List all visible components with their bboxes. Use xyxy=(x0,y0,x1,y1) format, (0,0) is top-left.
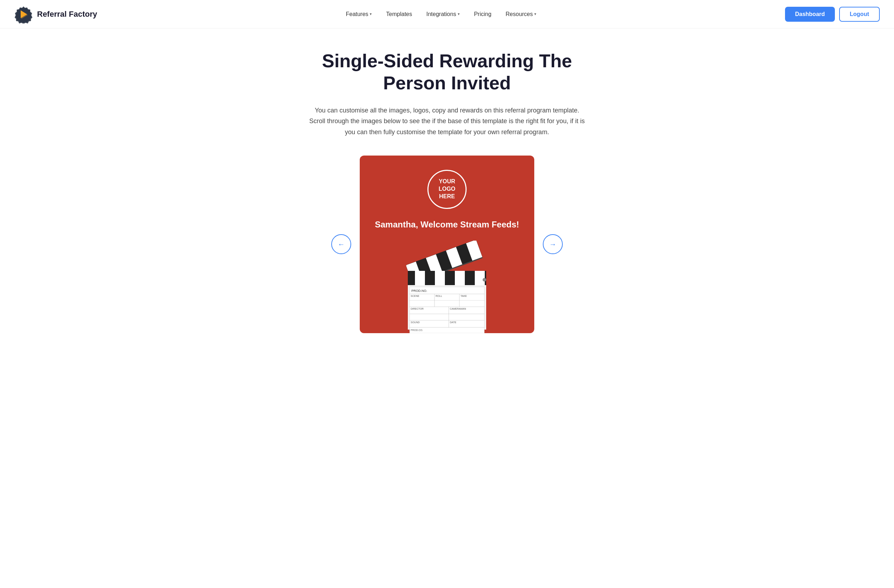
integrations-chevron-icon: ▾ xyxy=(458,12,460,17)
svg-rect-29 xyxy=(459,300,485,307)
nav-resources[interactable]: Resources ▾ xyxy=(500,8,542,20)
carousel-prev-button[interactable]: ← xyxy=(331,234,351,254)
arrow-right-icon: → xyxy=(549,240,556,249)
carousel-next-button[interactable]: → xyxy=(543,234,563,254)
nav-pricing[interactable]: Pricing xyxy=(468,8,497,20)
nav-features[interactable]: Features ▾ xyxy=(340,8,378,20)
brand-name: Referral Factory xyxy=(37,10,97,19)
carousel: ← YOURLOGOHERE Samantha, Welcome Stream … xyxy=(294,155,600,333)
svg-text:DIRECTOR: DIRECTOR xyxy=(411,308,423,310)
svg-rect-17 xyxy=(475,271,485,285)
svg-rect-14 xyxy=(415,271,425,285)
svg-text:PROD.CO.: PROD.CO. xyxy=(411,329,423,332)
resources-chevron-icon: ▾ xyxy=(534,12,536,17)
clapperboard-image: PROD.NO. SCENE ROLL TAKE xyxy=(370,241,524,333)
arrow-left-icon: ← xyxy=(338,240,345,249)
svg-text:SCENE: SCENE xyxy=(411,295,419,297)
svg-rect-35 xyxy=(449,314,485,320)
card-content: YOURLOGOHERE Samantha, Welcome Stream Fe… xyxy=(360,155,534,333)
nav-integrations[interactable]: Integrations ▾ xyxy=(421,8,465,20)
svg-text:CAMERAMAN: CAMERAMAN xyxy=(450,308,466,310)
page-description: You can customise all the images, logos,… xyxy=(308,105,586,138)
svg-text:PROD.NO.: PROD.NO. xyxy=(411,289,427,292)
svg-rect-16 xyxy=(455,271,465,285)
svg-text:SOUND: SOUND xyxy=(411,321,420,324)
navbar: Referral Factory Features ▾ Templates In… xyxy=(0,0,894,29)
welcome-message: Samantha, Welcome Stream Feeds! xyxy=(375,219,519,230)
dashboard-button[interactable]: Dashboard xyxy=(785,7,835,22)
svg-rect-27 xyxy=(409,300,435,307)
logo-placeholder-circle: YOURLOGOHERE xyxy=(427,170,467,209)
logo-icon xyxy=(14,5,33,24)
logout-button[interactable]: Logout xyxy=(839,7,880,22)
svg-text:ROLL: ROLL xyxy=(436,295,442,297)
svg-text:TAKE: TAKE xyxy=(461,295,467,297)
svg-point-42 xyxy=(483,278,486,282)
brand-logo[interactable]: Referral Factory xyxy=(14,5,97,24)
svg-rect-34 xyxy=(409,314,449,320)
page-title: Single-Sided Rewarding The Person Invite… xyxy=(294,50,600,94)
svg-rect-15 xyxy=(435,271,445,285)
nav-templates[interactable]: Templates xyxy=(381,8,418,20)
carousel-card: YOURLOGOHERE Samantha, Welcome Stream Fe… xyxy=(360,155,534,333)
main-content: Single-Sided Rewarding The Person Invite… xyxy=(287,29,607,347)
navbar-actions: Dashboard Logout xyxy=(785,7,880,22)
svg-rect-28 xyxy=(435,300,459,307)
logo-placeholder-text: YOURLOGOHERE xyxy=(438,178,455,200)
features-chevron-icon: ▾ xyxy=(370,12,372,17)
main-nav: Features ▾ Templates Integrations ▾ Pric… xyxy=(97,8,785,20)
svg-text:DATE: DATE xyxy=(450,321,456,324)
